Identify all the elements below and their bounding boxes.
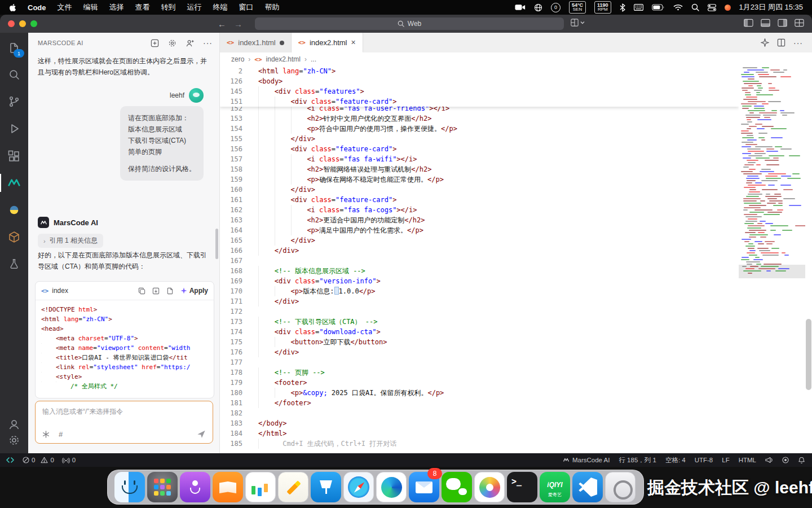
fan-widget[interactable]: 1190 RPM <box>594 1 611 14</box>
chat-input-box[interactable]: 输入消息或者“/”来选择指令 # <box>35 401 213 444</box>
split-editor-icon[interactable] <box>777 38 785 47</box>
dock-books-icon[interactable] <box>213 472 243 502</box>
code-line-182[interactable]: 182 <box>220 408 739 418</box>
code-line[interactable]: <head> <box>41 324 208 334</box>
status-language-mode[interactable]: HTML <box>739 457 756 463</box>
send-icon[interactable] <box>197 430 206 439</box>
dock-photos-icon[interactable] <box>474 472 505 502</box>
code-line-157[interactable]: 157<i class="fas fa-wifi"></i> <box>220 154 739 164</box>
minimap[interactable] <box>739 66 805 453</box>
insert-code-icon[interactable] <box>152 287 160 295</box>
code-line-169[interactable]: 169<div class="version-info"> <box>220 276 739 286</box>
new-file-icon[interactable] <box>166 287 174 295</box>
code-line-164[interactable]: 164<p>满足中国用户的个性化需求。</p> <box>220 225 739 235</box>
toggle-panel-icon[interactable] <box>761 19 770 27</box>
menubar-app-name[interactable]: Code <box>28 3 46 12</box>
code-line-184[interactable]: 184</html> <box>220 428 739 439</box>
recording-indicator-dot[interactable] <box>725 5 731 11</box>
forward-button[interactable]: → <box>234 19 242 29</box>
code-line[interactable]: <meta name="viewport" content="width <box>41 343 208 353</box>
status-indentation[interactable]: 空格: 4 <box>665 456 686 465</box>
code-line-160[interactable]: 160</div> <box>220 185 739 195</box>
code-line-162[interactable]: 162<i class="fas fa-cogs"></i> <box>220 205 739 215</box>
sidebar-scrollbar[interactable] <box>215 229 218 259</box>
temperature-widget[interactable]: 54°C SEN <box>569 1 586 14</box>
user-avatar[interactable] <box>189 88 204 103</box>
dock-podcasts-icon[interactable] <box>180 472 210 502</box>
bluetooth-icon[interactable] <box>620 3 625 12</box>
code-line-174[interactable]: 174<div class="download-cta"> <box>220 327 739 337</box>
code-line[interactable]: <html lang="zh-CN"> <box>41 314 208 324</box>
menu-item[interactable]: 转到 <box>161 2 176 12</box>
dock-stocks-icon[interactable] <box>245 472 276 502</box>
dock-wechat-icon[interactable] <box>442 472 472 502</box>
menu-item[interactable]: 文件 <box>58 2 72 12</box>
ports-status[interactable]: 0 <box>62 457 76 463</box>
source-control-view-button[interactable] <box>0 89 28 114</box>
python-view-button[interactable] <box>0 198 28 222</box>
code-line-168[interactable]: 168<!-- 版本信息展示区域 --> <box>220 266 739 276</box>
bell-icon[interactable] <box>798 457 805 464</box>
share-profile-icon[interactable] <box>186 38 194 47</box>
code-line-159[interactable]: 159<p>确保在网络不稳定时也能正常使用。</p> <box>220 174 739 185</box>
code-line[interactable]: <link rel="stylesheet" href="https:/ <box>41 362 208 372</box>
keyboard-input-icon[interactable] <box>634 4 643 11</box>
code-line-171[interactable]: 171</div> <box>220 296 739 306</box>
code-line-126[interactable]: 126<body> <box>220 76 739 86</box>
code-line-2[interactable]: 2<html lang="zh-CN"> <box>220 66 739 76</box>
close-window-button[interactable] <box>8 20 15 27</box>
record-icon[interactable] <box>782 457 789 463</box>
code-line-153[interactable]: 153<h2>针对中文用户优化的交互界面</h2> <box>220 113 739 124</box>
dock-launchpad-icon[interactable] <box>147 472 178 502</box>
menu-item[interactable]: 窗口 <box>239 2 254 12</box>
editor-layout-quickpick[interactable] <box>571 19 585 27</box>
context-hash-icon[interactable]: # <box>59 430 63 439</box>
menu-item[interactable]: 查看 <box>135 2 150 12</box>
code-line[interactable]: <style> <box>41 372 208 382</box>
code-line[interactable]: /* 全局样式 */ <box>41 382 208 391</box>
code-line-151[interactable]: 151<div class="feature-card"> <box>220 97 739 107</box>
code-line-154[interactable]: 154<p>符合中国用户的使用习惯，操作更便捷。</p> <box>220 124 739 134</box>
counter-badge[interactable]: 0 <box>551 3 561 12</box>
video-camera-icon[interactable] <box>515 4 526 11</box>
code-line-161[interactable]: 161<div class="feature-card"> <box>220 195 739 205</box>
apple-icon[interactable] <box>9 3 16 12</box>
status-marscode-status[interactable]: MarsCode AI <box>563 457 610 463</box>
code-line-176[interactable]: 176</div> <box>220 347 739 357</box>
code-line-177[interactable]: 177 <box>220 357 739 367</box>
tab-index2[interactable]: <> index2.html × <box>292 33 363 52</box>
code-line-167[interactable]: 167 <box>220 256 739 266</box>
ai-sparkle-icon[interactable] <box>761 38 769 47</box>
code-line-179[interactable]: 179<footer> <box>220 378 739 388</box>
menu-item[interactable]: 编辑 <box>83 2 98 12</box>
reference-pill[interactable]: › 引用 1 相关信息 <box>38 234 103 248</box>
breadcrumb[interactable]: zero › <> index2.html › ... <box>220 52 812 66</box>
dock-preview-icon[interactable] <box>605 472 636 502</box>
extensions-view-button[interactable] <box>0 144 28 169</box>
command-center-search[interactable]: Web <box>255 17 564 30</box>
dock-mail-icon[interactable]: 8 <box>409 472 439 502</box>
menu-item[interactable]: 终端 <box>213 2 228 12</box>
dock-terminal-icon[interactable]: >_ <box>507 472 537 502</box>
chat-settings-icon[interactable] <box>168 38 176 47</box>
code-line-165[interactable]: 165</div> <box>220 235 739 246</box>
menu-item[interactable]: 帮助 <box>265 2 280 12</box>
tab-index1[interactable]: <> index1.html <box>220 33 292 52</box>
dock-finder-icon[interactable] <box>114 472 145 502</box>
menu-item[interactable]: 运行 <box>187 2 202 12</box>
code-line-158[interactable]: 158<h2>智能网络错误处理与重试机制</h2> <box>220 164 739 174</box>
dock-vscode-icon[interactable] <box>572 472 603 502</box>
run-debug-view-button[interactable] <box>0 116 28 141</box>
lab-view-button[interactable] <box>0 252 28 277</box>
code-line-173[interactable]: 173<!-- 下载引导区域（CTA） --> <box>220 317 739 327</box>
code-line-183[interactable]: 183</body> <box>220 418 739 428</box>
close-tab-icon[interactable]: × <box>351 38 355 47</box>
dock-edge-icon[interactable] <box>376 472 407 502</box>
toggle-primary-sidebar-icon[interactable] <box>744 19 753 27</box>
code-line-180[interactable]: 180<p>&copy; 2025 口袋AI。保留所有权利。</p> <box>220 388 739 398</box>
editor-more-icon[interactable]: ··· <box>793 38 803 47</box>
code-line-181[interactable]: 181</footer> <box>220 398 739 408</box>
control-center-icon[interactable] <box>708 4 716 11</box>
code-line[interactable]: <meta charset="UTF-8"> <box>41 334 208 343</box>
menubar-clock[interactable]: 1月23日 周四 15:35 <box>739 2 803 12</box>
